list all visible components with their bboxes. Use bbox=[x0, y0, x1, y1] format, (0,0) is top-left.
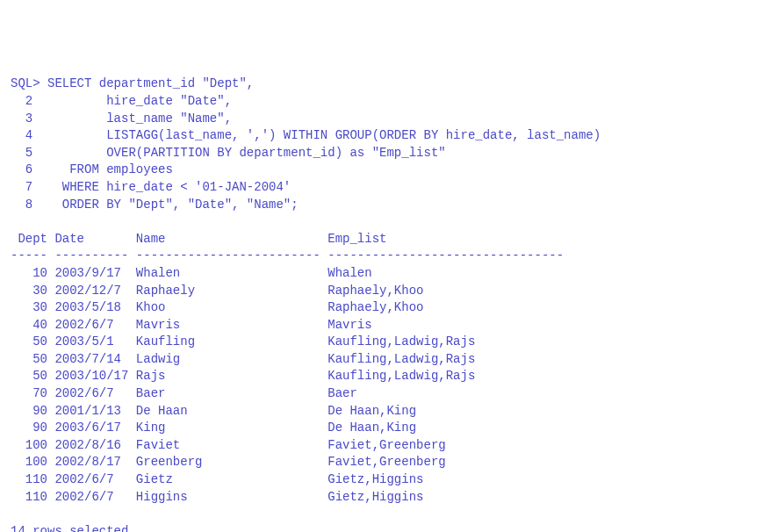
result-row: 70 2002/6/7 Baer Baer bbox=[11, 385, 759, 403]
query-line: 8 ORDER BY "Dept", "Date", "Name"; bbox=[11, 197, 759, 214]
result-row: 40 2002/6/7 Mavris Mavris bbox=[11, 317, 759, 334]
result-separator: ----- ---------- -----------------------… bbox=[11, 248, 759, 265]
query-line: SQL> SELECT department_id "Dept", bbox=[11, 75, 759, 93]
query-line: 5 OVER(PARTITION BY department_id) as "E… bbox=[11, 145, 759, 162]
result-row: 100 2002/8/17 Greenberg Faviet,Greenberg bbox=[11, 454, 759, 471]
query-line: 6 FROM employees bbox=[11, 162, 759, 179]
result-row: 30 2002/12/7 Raphaely Raphaely,Khoo bbox=[11, 283, 759, 300]
result-row: 100 2002/8/16 Faviet Faviet,Greenberg bbox=[11, 437, 759, 455]
result-row: 110 2002/6/7 Gietz Gietz,Higgins bbox=[11, 471, 759, 489]
result-footer: 14 rows selected bbox=[11, 523, 759, 532]
result-row: 50 2003/7/14 Ladwig Kaufling,Ladwig,Rajs bbox=[11, 351, 759, 369]
sql-terminal: SQL> SELECT department_id "Dept", 2 hire… bbox=[11, 75, 759, 532]
result-row: 110 2002/6/7 Higgins Gietz,Higgins bbox=[11, 489, 759, 507]
result-row: 10 2003/9/17 Whalen Whalen bbox=[11, 265, 759, 283]
result-header: Dept Date Name Emp_list bbox=[11, 231, 759, 248]
query-line: 7 WHERE hire_date < '01-JAN-2004' bbox=[11, 179, 759, 197]
result-row: 90 2003/6/17 King De Haan,King bbox=[11, 420, 759, 437]
query-line: 2 hire_date "Date", bbox=[11, 93, 759, 111]
result-row: 50 2003/10/17 Rajs Kaufling,Ladwig,Rajs bbox=[11, 368, 759, 385]
result-row: 30 2003/5/18 Khoo Raphaely,Khoo bbox=[11, 299, 759, 317]
result-row: 90 2001/1/13 De Haan De Haan,King bbox=[11, 403, 759, 421]
blank-line bbox=[11, 506, 759, 523]
query-line: 3 last_name "Name", bbox=[11, 111, 759, 128]
result-row: 50 2003/5/1 Kaufling Kaufling,Ladwig,Raj… bbox=[11, 334, 759, 351]
blank-line bbox=[11, 213, 759, 231]
query-line: 4 LISTAGG(last_name, ',') WITHIN GROUP(O… bbox=[11, 127, 759, 145]
